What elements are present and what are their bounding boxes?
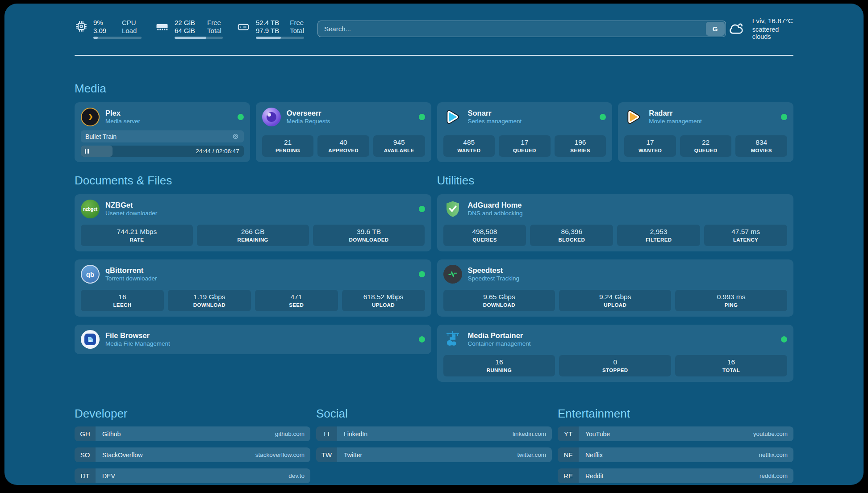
- bookmark-reddit[interactable]: RE Reddit reddit.com: [558, 468, 793, 483]
- cpu-load-label: Load: [122, 27, 142, 34]
- cpu-widget: 9% CPU 3.09 Load: [75, 19, 142, 39]
- service-subtitle: Movie management: [649, 118, 702, 125]
- adguard-icon: [443, 200, 462, 218]
- bookmark-name: Twitter: [337, 447, 517, 462]
- portainer-icon: [443, 330, 462, 349]
- stat-box: 471 SEED: [255, 290, 338, 311]
- now-playing-title-row: Bullet Train: [81, 130, 244, 142]
- bookmark-abbr: DT: [75, 468, 96, 483]
- now-playing-time: 24:44 / 02:06:47: [196, 148, 239, 155]
- bookmark-github[interactable]: GH Github github.com: [75, 426, 310, 441]
- service-subtitle: Container management: [468, 340, 531, 348]
- status-dot: [600, 114, 606, 120]
- status-dot: [419, 114, 425, 120]
- now-playing-options-icon[interactable]: [232, 133, 239, 140]
- cpu-progress-bar: [93, 37, 142, 39]
- service-card-portainer[interactable]: Media Portainer Container management 16 …: [437, 325, 794, 382]
- service-card-adguard[interactable]: AdGuard Home DNS and adblocking 498,508 …: [437, 194, 794, 251]
- disk-total-label: Total: [290, 27, 304, 34]
- bookmark-name: Netflix: [579, 447, 759, 462]
- search-box: G: [317, 21, 726, 37]
- weather-condition: scattered clouds: [752, 26, 793, 40]
- status-dot: [419, 271, 425, 277]
- section-title-developer: Developer: [75, 407, 310, 421]
- stat-box: 498,508 QUERIES: [443, 225, 526, 246]
- bookmark-name: DEV: [96, 468, 288, 483]
- stat-box: 2,953 FILTERED: [617, 225, 700, 246]
- memory-total-label: Total: [207, 27, 223, 34]
- service-card-radarr[interactable]: Radarr Movie management 17 WANTED 22 QUE…: [618, 102, 793, 162]
- stat-box: 485 WANTED: [443, 135, 495, 157]
- stat-box: 86,396 BLOCKED: [530, 225, 613, 246]
- stat-box: 39.6 TB DOWNLOADED: [313, 225, 425, 246]
- pause-icon[interactable]: [85, 149, 89, 154]
- utilities-column: Utilities: [437, 174, 794, 382]
- bookmark-group-social: Social LI LinkedIn linkedin.com TW Twitt…: [316, 407, 552, 462]
- section-title-utilities: Utilities: [437, 174, 794, 188]
- cloud-icon: [726, 20, 747, 37]
- bookmark-name: YouTube: [579, 426, 753, 441]
- service-card-sonarr[interactable]: Sonarr Series management 485 WANTED 17 Q…: [437, 102, 613, 162]
- bookmark-netflix[interactable]: NF Netflix netflix.com: [558, 447, 793, 462]
- service-card-nzbget[interactable]: nzbget NZBGet Usenet downloader 744.21 M…: [75, 194, 431, 251]
- bookmark-name: StackOverflow: [96, 447, 255, 462]
- bookmark-url: twitter.com: [517, 447, 552, 462]
- disk-free-label: Free: [290, 19, 304, 26]
- bookmark-url: dev.to: [288, 468, 310, 483]
- status-dot: [419, 206, 425, 212]
- disk-widget: 52.4 TB Free 97.9 TB Total: [236, 19, 304, 39]
- stat-box: 1.19 Gbps DOWNLOAD: [168, 290, 251, 311]
- service-card-overseerr[interactable]: Overseerr Media Requests 21 PENDING 40 A…: [256, 102, 431, 162]
- service-subtitle: Speedtest Tracking: [468, 275, 520, 283]
- service-name: Plex: [105, 109, 140, 118]
- search-input[interactable]: [317, 21, 726, 37]
- service-card-filebrowser[interactable]: File Browser Media File Management: [75, 325, 431, 354]
- bookmark-group-developer: Developer GH Github github.com SO StackO…: [75, 407, 310, 483]
- weather-widget[interactable]: Lviv, 16.87°C scattered clouds: [726, 17, 793, 40]
- service-name: Media Portainer: [468, 331, 531, 340]
- now-playing-title: Bullet Train: [85, 133, 117, 140]
- search-provider-button[interactable]: G: [706, 22, 725, 36]
- bookmark-name: LinkedIn: [337, 426, 513, 441]
- hardware-stats: 9% CPU 3.09 Load: [75, 19, 304, 39]
- service-name: Radarr: [649, 109, 702, 118]
- stat-box: 945 AVAILABLE: [373, 135, 425, 157]
- bookmark-abbr: TW: [316, 447, 337, 462]
- qbittorrent-icon: qb: [81, 265, 100, 284]
- service-card-speedtest[interactable]: Speedtest Speedtest Tracking 9.65 Gbps D…: [437, 259, 794, 317]
- bookmark-twitter[interactable]: TW Twitter twitter.com: [316, 447, 552, 462]
- memory-progress-bar: [175, 37, 223, 39]
- cpu-usage-value: 9%: [93, 19, 111, 26]
- bookmark-url: youtube.com: [753, 426, 793, 441]
- bookmark-url: github.com: [275, 426, 310, 441]
- service-card-plex[interactable]: Plex Media server Bullet Train: [75, 102, 250, 162]
- stat-box: 9.65 Gbps DOWNLOAD: [443, 290, 555, 311]
- bookmark-abbr: SO: [75, 447, 96, 462]
- service-card-qbittorrent[interactable]: qb qBittorrent Torrent downloader 16 LEE…: [75, 259, 431, 317]
- stat-box: 16 LEECH: [81, 290, 164, 311]
- memory-free-value: 22 GiB: [175, 19, 196, 26]
- bookmark-linkedin[interactable]: LI LinkedIn linkedin.com: [316, 426, 552, 441]
- bookmark-abbr: NF: [558, 447, 579, 462]
- stat-box: 9.24 Gbps UPLOAD: [559, 290, 671, 311]
- cpu-icon: [75, 20, 88, 33]
- service-name: NZBGet: [105, 201, 157, 210]
- section-title-media: Media: [75, 82, 793, 96]
- stat-box: 834 MOVIES: [735, 135, 787, 157]
- service-subtitle: Media server: [105, 118, 140, 125]
- bookmark-youtube[interactable]: YT YouTube youtube.com: [558, 426, 793, 441]
- bookmark-dev[interactable]: DT DEV dev.to: [75, 468, 310, 483]
- documents-column: Documents & Files nzbget NZBGet Usenet d…: [75, 174, 431, 354]
- service-name: qBittorrent: [105, 266, 157, 275]
- filebrowser-icon: [81, 330, 100, 349]
- cpu-load-value: 3.09: [93, 27, 111, 34]
- plex-icon: [81, 108, 100, 126]
- bookmark-group-entertainment: Entertainment YT YouTube youtube.com NF …: [558, 407, 793, 483]
- radarr-icon: [624, 108, 643, 126]
- memory-widget: 22 GiB Free 64 GiB Total: [155, 19, 223, 39]
- status-dot: [781, 336, 787, 343]
- stat-box: 17 QUEUED: [499, 135, 551, 157]
- status-dot: [781, 114, 787, 120]
- bookmark-stackoverflow[interactable]: SO StackOverflow stackoverflow.com: [75, 447, 310, 462]
- speedtest-icon: [443, 265, 462, 284]
